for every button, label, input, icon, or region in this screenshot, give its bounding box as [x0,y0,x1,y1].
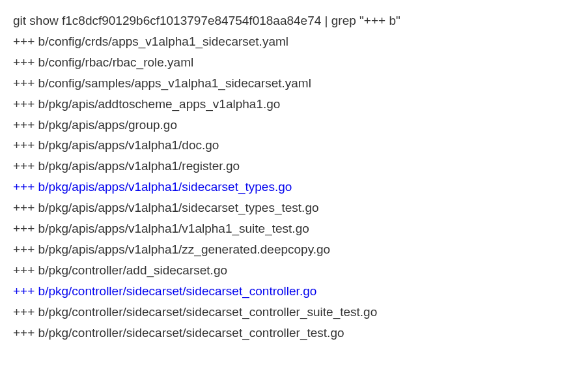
output-line: +++ b/pkg/controller/sidecarset/sidecars… [13,281,575,302]
output-line: +++ b/pkg/controller/sidecarset/sidecars… [13,302,575,323]
command-line: git show f1c8dcf90129b6cf1013797e84754f0… [13,10,575,31]
output-line: +++ b/pkg/apis/apps/v1alpha1/register.go [13,156,575,177]
output-line: +++ b/pkg/apis/apps/v1alpha1/zz_generate… [13,239,575,260]
output-line: +++ b/pkg/apis/apps/group.go [13,115,575,136]
output-line: +++ b/pkg/apis/apps/v1alpha1/doc.go [13,135,575,156]
output-line: +++ b/config/rbac/rbac_role.yaml [13,52,575,73]
output-line: +++ b/pkg/apis/apps/v1alpha1/v1alpha1_su… [13,218,575,239]
output-line: +++ b/config/samples/apps_v1alpha1_sidec… [13,73,575,94]
output-line: +++ b/pkg/apis/apps/v1alpha1/sidecarset_… [13,197,575,218]
output-line: +++ b/pkg/controller/add_sidecarset.go [13,260,575,281]
output-line: +++ b/pkg/apis/apps/v1alpha1/sidecarset_… [13,177,575,197]
output-line: +++ b/pkg/apis/addtoscheme_apps_v1alpha1… [13,94,575,115]
output-lines: +++ b/config/crds/apps_v1alpha1_sidecars… [13,31,575,343]
output-line: +++ b/config/crds/apps_v1alpha1_sidecars… [13,31,575,52]
output-line: +++ b/pkg/controller/sidecarset/sidecars… [13,323,575,343]
